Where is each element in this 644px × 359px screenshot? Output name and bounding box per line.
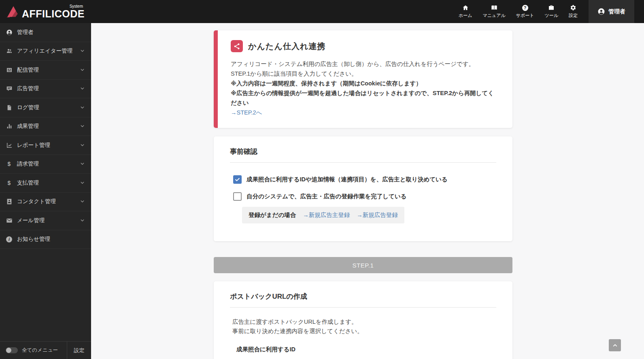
postback-card: ポストバックURLの作成 広告主に渡すポストバックURLを作成します。 事前に取… bbox=[214, 281, 512, 359]
nav-manual-label: マニュアル bbox=[482, 13, 505, 19]
sidebar-item-affiliater[interactable]: アフィリエイター管理 bbox=[0, 42, 91, 61]
checkbox-row-registration-done[interactable]: 自分のシステムで、広告主・広告の登録作業を完了している bbox=[233, 192, 496, 201]
nav-home-label: ホーム bbox=[459, 13, 472, 19]
chevron-down-icon bbox=[80, 86, 85, 91]
chevron-down-icon bbox=[80, 48, 85, 54]
sidebar-item-payments[interactable]: $ 支払管理 bbox=[0, 174, 91, 193]
toggle-switch[interactable] bbox=[6, 347, 18, 353]
sidebar-item-label: メール管理 bbox=[17, 217, 80, 224]
user-circle-icon bbox=[6, 29, 13, 36]
sidebar-item-label: レポート管理 bbox=[17, 142, 80, 149]
nav-tools[interactable]: ツール bbox=[539, 0, 563, 23]
account-label: 管理者 bbox=[608, 8, 625, 15]
sidebar-item-label: 成果管理 bbox=[17, 123, 80, 130]
chevron-down-icon bbox=[80, 161, 85, 167]
sidebar-item-ads[interactable]: 広告管理 bbox=[0, 80, 91, 99]
precheck-title: 事前確認 bbox=[230, 147, 496, 163]
info-icon: i bbox=[6, 236, 13, 243]
postback-description: 広告主に渡すポストバックURLを作成します。 事前に取り決めた連携内容を選択して… bbox=[232, 317, 496, 336]
checkbox-id-agreement[interactable] bbox=[233, 175, 242, 184]
checkbox-registration-done[interactable] bbox=[233, 192, 242, 201]
chevron-up-icon bbox=[612, 342, 618, 348]
top-nav: ホーム マニュアル ? サポート ツール 設定 bbox=[453, 0, 644, 23]
sidebar-item-contacts[interactable]: コンタクト管理 bbox=[0, 193, 91, 212]
user-circle-icon bbox=[597, 8, 605, 15]
workflow-share-icon bbox=[231, 40, 243, 52]
chevron-down-icon bbox=[80, 218, 85, 223]
chevron-down-icon bbox=[80, 180, 85, 186]
chevron-down-icon bbox=[80, 105, 85, 110]
main-content: かんたん仕入れ連携 アフィリコード・システム利用の広告主（卸し側）から、広告の仕… bbox=[91, 23, 644, 359]
sidebar-item-news[interactable]: i お知らせ管理 bbox=[0, 230, 91, 249]
nav-settings[interactable]: 設定 bbox=[563, 0, 583, 23]
checkbox-label: 自分のシステムで、広告主・広告の登録作業を完了している bbox=[247, 193, 407, 200]
dollar-icon: $ bbox=[6, 161, 13, 168]
intro-card: かんたん仕入れ連携 アフィリコード・システム利用の広告主（卸し側）から、広告の仕… bbox=[214, 30, 512, 128]
account-menu[interactable]: 管理者 bbox=[589, 0, 634, 23]
checkbox-label: 成果照合に利用するIDや追加情報（連携項目）を、広告主と取り決めている bbox=[247, 176, 448, 183]
logo-text: AFFILICODE bbox=[22, 8, 85, 19]
intro-line: STEP.1から順に該当項目を入力してください。 bbox=[231, 69, 496, 79]
support-icon: ? bbox=[522, 4, 528, 11]
all-menu-toggle[interactable]: 全てのメニュー bbox=[0, 342, 67, 359]
intro-note-line: ※入力内容は一週間程度、保持されます（期間はCookieに依存します） bbox=[231, 79, 496, 88]
topbar: System AFFILICODE ホーム マニュアル ? サポート bbox=[0, 0, 644, 23]
sidebar-item-label: 請求管理 bbox=[17, 160, 80, 168]
line-chart-icon bbox=[6, 142, 13, 149]
nav-home[interactable]: ホーム bbox=[453, 0, 478, 23]
sidebar-item-reports[interactable]: レポート管理 bbox=[0, 136, 91, 155]
sidebar-profile-label: 管理者 bbox=[17, 29, 85, 36]
sidebar-item-label: アフィリエイター管理 bbox=[17, 47, 80, 55]
app-logo[interactable]: System AFFILICODE bbox=[0, 4, 85, 19]
sidebar-item-results[interactable]: 成果管理 bbox=[0, 117, 91, 136]
intro-line: アフィリコード・システム利用の広告主（卸し側）から、広告の仕入れを行うページです… bbox=[231, 59, 496, 69]
sidebar-item-delivery[interactable]: 配信管理 bbox=[0, 61, 91, 80]
toggle-knob bbox=[6, 348, 11, 353]
postback-title: ポストバックURLの作成 bbox=[230, 292, 496, 308]
sidebar-item-logs[interactable]: ログ管理 bbox=[0, 98, 91, 117]
home-icon bbox=[462, 4, 469, 11]
chevron-down-icon bbox=[80, 142, 85, 148]
step1-bar: STEP.1 bbox=[214, 257, 512, 273]
sidebar-profile[interactable]: 管理者 bbox=[0, 23, 91, 42]
nav-tools-label: ツール bbox=[544, 13, 558, 19]
field-label-match-id: 成果照合に利用するID bbox=[236, 346, 496, 353]
sidebar-settings-button[interactable]: 設定 bbox=[67, 342, 91, 359]
nav-manual[interactable]: マニュアル bbox=[477, 0, 510, 23]
newspaper-icon bbox=[6, 66, 13, 73]
sidebar-item-label: 広告管理 bbox=[17, 85, 80, 92]
intro-description: アフィリコード・システム利用の広告主（卸し側）から、広告の仕入れを行うページです… bbox=[231, 59, 496, 117]
ad-icon bbox=[6, 85, 13, 92]
scroll-top-button[interactable] bbox=[609, 339, 621, 351]
sidebar-item-label: 支払管理 bbox=[17, 179, 80, 187]
sidebar-item-label: コンタクト管理 bbox=[17, 198, 80, 205]
mail-icon bbox=[6, 217, 13, 224]
check-icon bbox=[234, 176, 240, 183]
step2-link[interactable]: →STEP.2へ bbox=[231, 109, 262, 116]
sidebar-item-billing[interactable]: $ 請求管理 bbox=[0, 155, 91, 174]
sidebar: 管理者 アフィリエイター管理 配信管理 広告管理 ログ管理 成果管理 bbox=[0, 23, 91, 359]
new-ad-link[interactable]: →新規広告登録 bbox=[357, 211, 398, 219]
file-icon bbox=[6, 104, 13, 111]
page-title: かんたん仕入れ連携 bbox=[248, 41, 325, 52]
registration-note: 登録がまだの場合 →新規広告主登録 →新規広告登録 bbox=[242, 207, 404, 223]
checkbox-row-id-agreement[interactable]: 成果照合に利用するIDや追加情報（連携項目）を、広告主と取り決めている bbox=[233, 175, 496, 184]
manual-icon bbox=[491, 4, 497, 11]
logo-superscript: System bbox=[70, 4, 83, 8]
nav-support[interactable]: ? サポート bbox=[511, 0, 540, 23]
new-advertiser-link[interactable]: →新規広告主登録 bbox=[303, 211, 350, 219]
chevron-down-icon bbox=[80, 123, 85, 129]
all-menu-label: 全てのメニュー bbox=[22, 347, 58, 354]
content-column: かんたん仕入れ連携 アフィリコード・システム利用の広告主（卸し側）から、広告の仕… bbox=[214, 30, 512, 359]
intro-title-row: かんたん仕入れ連携 bbox=[231, 40, 496, 52]
sidebar-item-mail[interactable]: メール管理 bbox=[0, 211, 91, 230]
nav-support-label: サポート bbox=[516, 13, 534, 19]
bar-chart-icon bbox=[6, 123, 13, 130]
dollar-icon: $ bbox=[6, 179, 13, 186]
logo-text-wrap: System AFFILICODE bbox=[22, 4, 85, 19]
gear-icon bbox=[570, 4, 576, 11]
contact-book-icon bbox=[6, 198, 13, 205]
sidebar-footer: 全てのメニュー 設定 bbox=[0, 341, 91, 359]
postback-line: 広告主に渡すポストバックURLを作成します。 bbox=[232, 317, 496, 327]
sidebar-item-label: お知らせ管理 bbox=[17, 236, 85, 243]
